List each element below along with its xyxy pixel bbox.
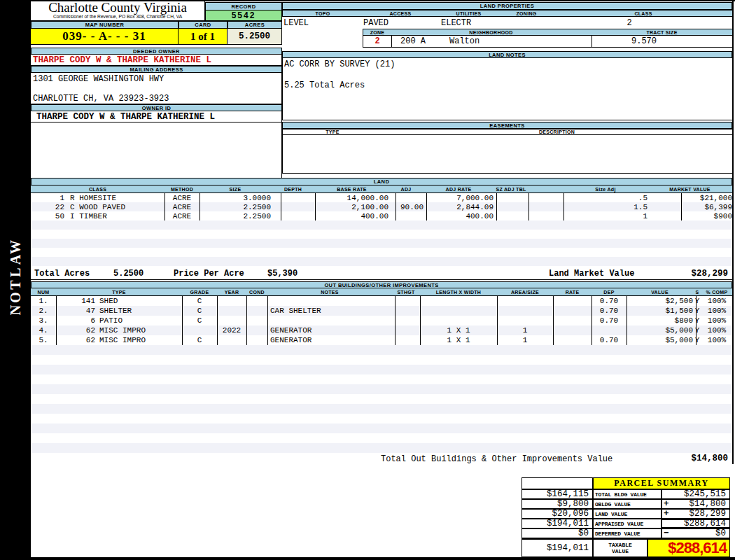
utilities-label: UTILITIES <box>439 10 499 17</box>
mailing-address-label: MAILING ADDRESS <box>31 66 282 73</box>
cell-area-size: 1 <box>497 326 554 335</box>
card-label: CARD <box>178 21 227 29</box>
empty-row <box>31 230 732 239</box>
cell-year <box>217 306 247 316</box>
type-code: 47 <box>56 307 95 315</box>
easements-header-row: TYPE DESCRIPTION <box>282 129 732 135</box>
ps-value: $245,515 <box>662 489 730 499</box>
ps-label: LAND VALUE <box>593 509 662 519</box>
ps-sign: − <box>664 528 669 538</box>
type-name: MISC IMPRO <box>99 336 146 344</box>
ps-amount: $245,515 <box>684 489 726 499</box>
out-buildings-header-row: NUM TYPE GRADE YEAR COND NOTES STHGT LEN… <box>31 288 732 296</box>
cell-grade: C <box>182 335 218 345</box>
record-value: 5542 <box>205 10 282 21</box>
deeded-owner-label: DEEDED OWNER <box>31 48 282 55</box>
ps-header-left <box>522 477 593 489</box>
out-building-row: 5. 62MISC IMPRO C GENERATOR 1 X 1 1 0.70… <box>31 335 732 346</box>
page-subtitle: Commissioner of the Revenue, PO Box 308,… <box>31 14 204 20</box>
type-name: PATIO <box>99 316 122 325</box>
col-base-rate: BASE RATE <box>315 186 389 193</box>
cell-rate <box>553 326 592 335</box>
cell-value: $800 <box>626 316 696 326</box>
cell-year <box>217 296 247 306</box>
land-properties-label: LAND PROPERTIES <box>282 2 732 10</box>
class-name: I TIMBER <box>70 212 107 220</box>
type-code: 62 <box>56 336 95 344</box>
cell-s: Y <box>693 326 701 335</box>
cell-length-width: 1 X 1 <box>420 326 498 335</box>
map-number-value: 039- - A- - - 31 <box>31 29 178 45</box>
cell-cond <box>246 306 268 316</box>
mailing-address-box: 1301 GEORGE WASHINGTON HWY CHARLOTTE CH,… <box>31 73 282 104</box>
taxable-value: $288,614 <box>648 538 730 557</box>
ps-amount: $14,800 <box>689 499 726 509</box>
zone-value-row: 2 200 A Walton 9.570 <box>363 36 732 48</box>
land-market-value: $28,299 <box>691 269 728 279</box>
ps-label: TOTAL BLDG VALUE <box>593 489 662 499</box>
land-note-line1: AC CORR BY SURVEY (21) <box>283 58 732 69</box>
class-num: 50 <box>31 212 64 220</box>
land-row: 22C WOOD PAVED ACRE 2.2500 2,100.00 90.0… <box>31 202 732 212</box>
cell-adj <box>388 211 427 220</box>
cell-s: Y <box>693 335 701 345</box>
cell-length-width <box>420 296 498 306</box>
cell-length-width <box>420 306 498 316</box>
col-rate: RATE <box>553 288 592 296</box>
ps-prior: $9,800 <box>522 499 593 509</box>
out-building-row: 4. 62MISC IMPRO 2022 GENERATOR 1 X 1 1 $… <box>31 326 732 336</box>
cell-dep: 0.70 <box>592 316 627 326</box>
owner-id-value: THARPE CODY W & THARPE KATHERINE L <box>31 111 282 122</box>
empty-row <box>31 433 732 444</box>
cell-area-size <box>497 306 554 316</box>
ps-sign: + <box>664 499 669 509</box>
col-size-adj: Size Adj <box>564 186 648 193</box>
cell-dep: 0.70 <box>592 335 627 345</box>
cell-s: Y <box>693 296 701 306</box>
access-value: PAVED <box>363 18 388 28</box>
zone-header-row: ZONE NEIGHBORHOOD TRACT SIZE <box>363 29 732 36</box>
col-sthgt: STHGT <box>392 288 421 296</box>
empty-row <box>31 394 732 405</box>
cell-year: 2022 <box>217 326 247 335</box>
cell-grade: C <box>182 316 218 326</box>
cell-rate <box>553 335 592 345</box>
zone-value: 2 <box>363 36 392 47</box>
cell-market-value: $900 <box>648 211 735 220</box>
cell-pct-comp: 100% <box>701 296 732 306</box>
cell-type: 141SHED <box>56 296 183 306</box>
ps-value: + $28,299 <box>662 509 730 519</box>
record-label: RECORD <box>205 2 282 10</box>
neighborhood-sidebar: W A L T O N <box>0 0 31 560</box>
cell-depth <box>271 202 316 211</box>
empty-row <box>31 239 732 248</box>
utilities-value: ELECTR <box>441 18 471 28</box>
cell-rate <box>553 316 592 326</box>
neighborhood-label: NEIGHBORHOOD <box>391 29 592 36</box>
empty-row <box>31 220 732 230</box>
card-value: 1 of 1 <box>178 29 227 45</box>
ps-prior: $0 <box>522 528 593 538</box>
cell-area-size <box>497 316 554 326</box>
out-building-row: 3. 6PATIO C 0.70 $800 Y 100% <box>31 316 732 326</box>
cell-blank <box>528 202 564 211</box>
empty-row <box>31 443 732 454</box>
land-market-value-label: Land Market Value <box>549 269 634 279</box>
cell-cond <box>246 296 268 306</box>
tract-size-label: TRACT SIZE <box>592 29 732 36</box>
cell-grade: C <box>182 306 218 316</box>
ps-prior: $194,011 <box>522 519 593 528</box>
cell-num: 5. <box>31 335 57 345</box>
empty-row <box>31 374 732 385</box>
price-per-acre-value: $5,390 <box>267 269 298 279</box>
ps-value: − $0 <box>662 528 730 538</box>
address-line2: CHARLOTTE CH, VA 23923-3923 <box>31 84 281 104</box>
class-num: 22 <box>31 203 64 211</box>
ps-amount: $0 <box>715 528 726 538</box>
cell-class: 1R HOMESITE <box>31 193 165 202</box>
land-section-label: LAND <box>31 178 732 186</box>
cell-pct-comp: 100% <box>701 326 732 335</box>
cell-pct-comp: 100% <box>701 306 732 316</box>
land-row: 1R HOMESITE ACRE 3.0000 14,000.00 7,000.… <box>31 193 732 203</box>
cell-sthgt <box>392 326 421 335</box>
